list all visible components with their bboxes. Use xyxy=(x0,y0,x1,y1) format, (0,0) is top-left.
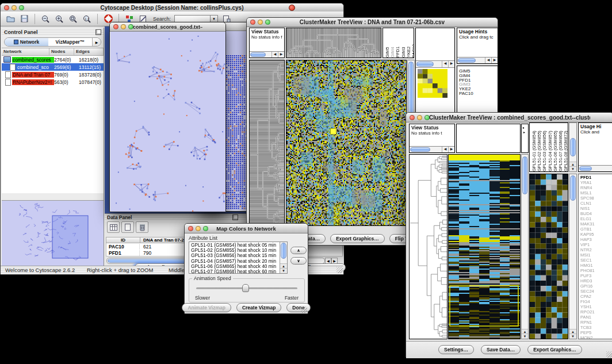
attribute-listbox[interactable]: GPL51-01 (GSM854) heat shock 05 minGPL51… xyxy=(189,242,288,274)
scrollbar-thumb[interactable] xyxy=(410,147,430,152)
resize-grip[interactable] xyxy=(336,267,343,273)
hscrollbar[interactable]: ◀▶ xyxy=(416,60,454,68)
window-controls[interactable] xyxy=(113,24,133,29)
scrollbar-thumb[interactable] xyxy=(570,175,576,201)
zoom-out-button[interactable] xyxy=(40,14,51,24)
select-attributes-button[interactable] xyxy=(107,221,120,233)
column-tree-panel[interactable] xyxy=(456,124,521,153)
global-matrix-canvas[interactable] xyxy=(418,69,447,98)
scroll-down-icon[interactable]: ▼ xyxy=(569,166,576,171)
hscrollbar[interactable] xyxy=(579,165,612,171)
minimize-icon[interactable] xyxy=(121,24,126,29)
scrollbar-thumb[interactable] xyxy=(458,58,476,63)
network-list-row[interactable]: combined_scores2764(0)16218(0) xyxy=(2,56,104,63)
column-dendrogram-canvas[interactable] xyxy=(286,28,381,58)
column-scroll-strip[interactable]: ◂ ▸ xyxy=(521,124,529,153)
scroll-down-icon[interactable]: ▼ xyxy=(569,334,576,339)
speed-slider-thumb[interactable] xyxy=(242,284,249,292)
close-icon[interactable] xyxy=(410,115,415,120)
row-dendrogram-canvas[interactable] xyxy=(410,155,447,339)
hscrollbar[interactable]: ◀▶ xyxy=(250,51,284,58)
row-dendrogram-canvas[interactable] xyxy=(250,60,284,225)
dialog-titlebar[interactable]: Map Colors to Network xyxy=(185,224,308,233)
scroll-right-icon[interactable]: ▸ xyxy=(523,130,525,134)
scrollbar-thumb[interactable] xyxy=(579,166,592,171)
attribute-list-item[interactable]: GPL51-07 (GSM868) heat shock 60 min xyxy=(191,269,287,274)
minimize-icon[interactable] xyxy=(417,115,422,120)
column-dendrogram-panel[interactable] xyxy=(286,28,381,58)
close-icon[interactable] xyxy=(188,226,193,231)
hscrollbar[interactable]: ◀▶ xyxy=(410,146,454,152)
resize-grip[interactable] xyxy=(301,306,307,313)
row-dendrogram-panel[interactable] xyxy=(409,154,447,339)
vscrollbar[interactable]: ▲ ▼ xyxy=(521,154,529,339)
scroll-down-icon[interactable]: ▼ xyxy=(280,268,287,273)
scrollbar-thumb[interactable] xyxy=(522,156,527,194)
zoom-view-panel[interactable] xyxy=(529,174,568,339)
resize-grip[interactable] xyxy=(606,351,612,358)
scroll-right-icon[interactable]: ▶ xyxy=(278,52,284,58)
scrollbar-thumb[interactable] xyxy=(416,62,434,67)
vscrollbar[interactable]: ▲ ▼ xyxy=(280,242,287,273)
network1-canvas[interactable] xyxy=(110,32,225,212)
zoom-fit-button[interactable]: 1:1 xyxy=(82,14,92,24)
save-data-button[interactable]: Save Data… xyxy=(481,345,521,354)
network1-titlebar[interactable]: combined_scores_good.txt--cluste... xyxy=(110,22,225,32)
open-session-button[interactable] xyxy=(5,14,16,24)
heatmap-canvas[interactable] xyxy=(449,155,520,339)
tab-overflow-arrow-icon[interactable]: ▶ xyxy=(92,38,101,46)
minimize-icon[interactable] xyxy=(196,226,201,231)
search-input[interactable] xyxy=(175,16,210,22)
move-up-button[interactable]: ∧ xyxy=(290,247,307,254)
tab-vizmapper[interactable]: VizMapper™ xyxy=(48,38,92,46)
export-graphics-button[interactable]: Export Graphics… xyxy=(527,345,582,354)
scroll-left-icon[interactable]: ◀ xyxy=(271,52,278,58)
save-session-button[interactable] xyxy=(19,14,29,24)
scroll-left-icon[interactable]: ◀ xyxy=(442,61,448,67)
scroll-right-icon[interactable]: ▶ xyxy=(491,58,498,63)
close-icon[interactable] xyxy=(250,20,255,25)
minimize-icon[interactable] xyxy=(12,5,17,10)
hscrollbar[interactable]: ◀▶ xyxy=(457,57,498,63)
heatmap-canvas[interactable] xyxy=(286,60,406,225)
new-attribute-button[interactable] xyxy=(121,221,134,233)
scroll-down-icon[interactable]: ▼ xyxy=(522,334,528,339)
scrollbar-thumb[interactable] xyxy=(570,138,576,156)
zoom-heatmap-canvas[interactable] xyxy=(530,174,568,339)
zoom-selected-button[interactable] xyxy=(68,14,78,24)
network1-view[interactable] xyxy=(110,32,225,211)
create-vizmap-button[interactable]: Create Vizmap xyxy=(236,303,281,312)
scroll-left-icon[interactable]: ◀ xyxy=(485,58,491,63)
scroll-left-icon[interactable]: ◀ xyxy=(442,147,448,152)
window-controls[interactable] xyxy=(4,5,24,10)
zoom-in-button[interactable] xyxy=(54,14,64,24)
network-list-row[interactable]: combined_sco2569(6)13112(15) xyxy=(2,63,104,71)
close-icon[interactable] xyxy=(113,24,118,29)
scrollbar-thumb[interactable] xyxy=(281,243,286,259)
animate-vizmap-button[interactable]: Animate Vizmap xyxy=(182,303,231,312)
window-controls[interactable] xyxy=(410,115,430,120)
delete-attribute-button[interactable] xyxy=(136,221,148,233)
close-icon[interactable] xyxy=(4,5,9,10)
birdseye-view[interactable] xyxy=(2,200,104,266)
scroll-right-icon[interactable]: ▶ xyxy=(448,147,454,152)
minimize-icon[interactable] xyxy=(258,20,263,25)
window-controls[interactable] xyxy=(250,20,270,25)
float-panel-icon[interactable] xyxy=(232,214,238,220)
heatmap-panel[interactable] xyxy=(286,60,407,226)
vscrollbar[interactable]: ▲ ▼ xyxy=(569,122,577,172)
export-graphics-button[interactable]: Export Graphics… xyxy=(330,234,385,243)
treeview2-titlebar[interactable]: ClusterMaker TreeView : combined_scores_… xyxy=(406,113,612,122)
overview-canvas[interactable] xyxy=(2,201,103,266)
heatmap-panel[interactable] xyxy=(448,154,521,339)
row-dendrogram-panel[interactable] xyxy=(249,60,285,226)
network-list-row[interactable]: DNA and Tran 07769(0)183728(0) xyxy=(2,71,104,78)
network-list-row[interactable]: RNAPuberNov2+!563(0)107847(0) xyxy=(2,78,104,86)
settings-button[interactable]: Settings… xyxy=(438,345,474,354)
treeview1-titlebar[interactable]: ClusterMaker TreeView : DNA and Tran 07-… xyxy=(247,18,498,27)
float-panel-icon[interactable] xyxy=(95,29,101,35)
chevron-down-icon[interactable]: ▼ xyxy=(210,16,217,22)
vscrollbar[interactable]: ▲ ▼ xyxy=(569,174,577,339)
scrollbar-thumb[interactable] xyxy=(250,52,266,57)
move-down-button[interactable]: ∨ xyxy=(290,257,307,265)
